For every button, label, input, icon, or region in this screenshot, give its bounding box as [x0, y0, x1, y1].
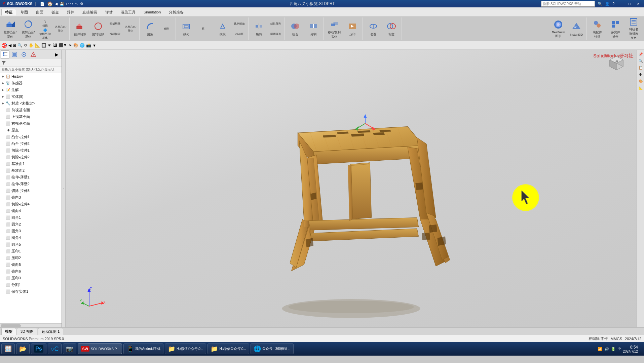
indent-btn[interactable]: 压印: [344, 18, 361, 40]
camera-icon[interactable]: 📸: [86, 43, 91, 48]
show-desktop-btn[interactable]: [640, 344, 643, 354]
tree-item-boss2[interactable]: ⬜ 凸台-拉伸2: [0, 140, 62, 147]
shell-btn[interactable]: 抽壳: [178, 18, 195, 40]
sweep-cut-btn[interactable]: 扫描切除: [108, 18, 122, 29]
tree-item-cut3[interactable]: ⬜ 切除-拉伸3: [0, 187, 62, 194]
nav-home[interactable]: 🏠: [47, 1, 53, 6]
combine-btn[interactable]: 组合: [287, 18, 304, 40]
hide-show-icon[interactable]: 👁: [48, 43, 52, 48]
close-btn[interactable]: ×: [635, 2, 641, 6]
wrap-btn[interactable]: 包覆: [365, 18, 382, 40]
horizontal-scrollbar[interactable]: [0, 323, 62, 327]
linear-pattern-btn[interactable]: 线性阵列: [268, 18, 283, 29]
named-ref-btn[interactable]: 特征名称机改变色: [625, 18, 642, 40]
split-btn[interactable]: 分割: [305, 18, 322, 40]
render-tab[interactable]: 渲染工具: [117, 9, 139, 15]
tree-item-press1[interactable]: ⬜ 压印1: [0, 248, 62, 254]
tree-item-notes[interactable]: ▶ 📝 注解: [0, 86, 62, 93]
zoom-area-icon[interactable]: 🔍: [17, 43, 23, 48]
tree-item-press3[interactable]: ⬜ 压印3: [0, 275, 62, 281]
tree-item-mirror5[interactable]: ⬜ 镜向5: [0, 261, 62, 268]
maximize-btn[interactable]: □: [626, 2, 633, 6]
draft-btn[interactable]: 拔模: [214, 18, 231, 40]
tree-item-press2[interactable]: ⬜ 压印2: [0, 254, 62, 261]
feature-tree[interactable]: ▶ 📋 History ▶ 📡 传感器 ▶ 📝 注解 ▶ ⬜ 实体(9) ▶ 🔧…: [0, 73, 62, 323]
start-button[interactable]: 🪟: [1, 344, 15, 354]
tree-item-savesolid1[interactable]: ⬜ 保存实体1: [0, 288, 62, 295]
pan-icon[interactable]: ✋: [29, 43, 34, 48]
boundary-boss-btn[interactable]: 边界凸台/基体: [53, 24, 68, 34]
panel-collapse-handle[interactable]: ‹: [62, 50, 66, 327]
tree-item-mirror4[interactable]: ⬜ 镜向4: [0, 207, 62, 214]
tree-item-sketch2[interactable]: ⬜ 基准面2: [0, 167, 62, 174]
undo-btn[interactable]: ↩: [66, 2, 69, 6]
intersect-btn[interactable]: 相交: [383, 18, 400, 40]
analysis-tab[interactable]: 分析准备: [165, 9, 187, 15]
config-manager-tab[interactable]: [20, 50, 28, 58]
tree-item-sensors[interactable]: ▶ 📡 传感器: [0, 80, 62, 86]
tree-item-origin[interactable]: ✚ 原点: [0, 127, 62, 133]
feature-tab[interactable]: 特征: [1, 9, 16, 15]
tree-item-right-plane[interactable]: ⬜ 右视基准面: [0, 120, 62, 127]
revolve-cut-btn[interactable]: 旋转切除: [89, 18, 107, 40]
loft-cut-btn[interactable]: 放样切除: [108, 29, 122, 39]
fillet-btn[interactable]: 圆角: [141, 18, 159, 40]
battery-icon[interactable]: 🔋: [611, 347, 616, 351]
move-face-btn[interactable]: 移动面: [232, 29, 247, 39]
taskbar-chrome[interactable]: 🌐 公众号 - 360极速...: [251, 344, 294, 354]
expand-arrow[interactable]: ▶: [52, 50, 61, 58]
view-cube[interactable]: 上视: [606, 53, 627, 73]
multipart-btn[interactable]: 多实体操作: [607, 18, 624, 40]
taskbar-folder2[interactable]: 📁 H:\微信公众号\0...: [207, 344, 249, 354]
language-icon[interactable]: 中: [618, 347, 621, 351]
direct-edit-tab[interactable]: 直接编辑: [79, 9, 101, 15]
3d-view-tab[interactable]: 3D 视图: [17, 328, 37, 335]
user-icon[interactable]: 👤: [605, 2, 610, 6]
move-copy-btn[interactable]: 移动/复制实体: [326, 18, 343, 40]
minimize-btn[interactable]: −: [617, 2, 623, 6]
evaluate-tab[interactable]: 评估: [102, 9, 116, 15]
view-more-icon[interactable]: ▼: [92, 43, 96, 47]
tree-item-mirror3[interactable]: ⬜ 镜向3: [0, 194, 62, 201]
revolve-boss-btn[interactable]: 旋转凸台/基体: [20, 18, 37, 40]
tree-item-boss1[interactable]: ⬜ 凸台-拉伸1: [0, 133, 62, 140]
network-icon[interactable]: 📶: [598, 347, 602, 351]
display-style-icon[interactable]: 🔲: [41, 43, 46, 48]
help-icon[interactable]: ?: [612, 2, 614, 6]
tree-item-history[interactable]: ▶ 📋 History: [0, 73, 62, 80]
zoom-fit-icon[interactable]: ⊞: [13, 43, 16, 48]
tree-item-boss3[interactable]: ⬜ 拉伸-薄壁1: [0, 174, 62, 180]
taskbar-ps[interactable]: Ps: [31, 344, 46, 354]
tree-item-fillet4[interactable]: ⬜ 圆角4: [0, 234, 62, 241]
right-icon-3[interactable]: 📋: [638, 65, 644, 71]
3d-viewport[interactable]: SolidWorks研习社: [66, 50, 637, 327]
tree-item-fillet1[interactable]: ⬜ 圆角1: [0, 214, 62, 221]
assembly-features-btn[interactable]: 装配体特征: [589, 18, 606, 40]
sketch-tab[interactable]: 草图: [17, 9, 32, 15]
tree-item-mirror6[interactable]: ⬜ 镜向6: [0, 268, 62, 275]
appearance-icon[interactable]: 🎨: [73, 43, 78, 48]
tree-item-boss4[interactable]: ⬜ 拉伸-薄壁2: [0, 180, 62, 187]
display-mode-icon[interactable]: 🖼: [53, 43, 57, 48]
section-view-icon[interactable]: 📐: [35, 43, 40, 48]
tree-item-split1[interactable]: ⬜ 分割1: [0, 281, 62, 288]
rib-btn[interactable]: 筋: [196, 24, 211, 34]
right-icon-6[interactable]: 📐: [638, 85, 644, 91]
tree-item-front-plane[interactable]: ⬜ 前视基准面: [0, 107, 62, 113]
realview-btn[interactable]: RealView图形: [550, 18, 567, 40]
menu-file[interactable]: 📄: [40, 2, 45, 6]
taskbar-android[interactable]: 📱 我的Android手机: [123, 344, 163, 354]
dim-expert-tab[interactable]: [29, 50, 38, 58]
tree-item-top-plane[interactable]: ⬜ 上视基准面: [0, 113, 62, 120]
model-tab[interactable]: 模型: [1, 328, 16, 335]
tree-item-sketch1[interactable]: ⬜ 基准面1: [0, 160, 62, 167]
cursor-btn[interactable]: ↖: [75, 2, 78, 6]
weldment-tab[interactable]: 焊件: [63, 9, 78, 15]
nav-back[interactable]: ◀: [55, 2, 58, 6]
extrude-boss-btn[interactable]: 拉伸凸台/基体: [1, 18, 19, 40]
scale-btn[interactable]: 比例缩放: [232, 18, 247, 29]
volume-icon[interactable]: 🔊: [604, 347, 609, 351]
chamfer-btn[interactable]: 倒角: [159, 24, 174, 34]
taskbar-solidworks[interactable]: SW SOLIDWORKS P...: [78, 344, 122, 354]
instant3d-btn[interactable]: 3D Instant3D: [568, 18, 585, 40]
